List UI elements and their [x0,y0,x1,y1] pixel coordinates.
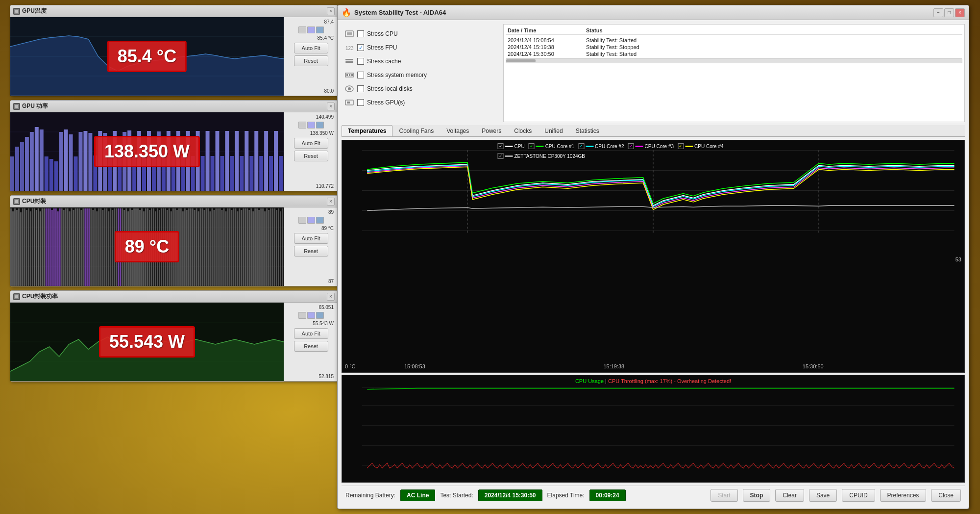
svg-rect-165 [186,210,188,286]
usage-throttle-label: CPU Throttling (max: 17%) - Overheating … [608,378,731,384]
color-box-cp3[interactable] [316,312,324,319]
legend-ssd-checkbox[interactable] [498,153,504,159]
aida-window: 🔥 System Stability Test - AIDA64 − □ × S… [337,5,969,509]
svg-rect-126 [110,208,111,286]
tab-clocks[interactable]: Clocks [508,125,538,136]
tab-powers[interactable]: Powers [475,125,508,136]
svg-rect-123 [104,208,105,286]
tab-voltages[interactable]: Voltages [440,125,475,136]
svg-rect-234 [347,102,350,103]
clear-button[interactable]: Clear [775,489,804,502]
tab-cooling-fans[interactable]: Cooling Fans [392,125,440,136]
color-box-ct2[interactable] [307,217,315,224]
color-box-1[interactable] [298,26,306,33]
color-box-p3[interactable] [316,122,324,128]
gpu-power-chart: 138.350 W [10,112,284,191]
svg-rect-25 [69,134,73,191]
tab-temperatures[interactable]: Temperatures [342,125,392,136]
cpu-power-mid: 55.543 W [286,321,336,326]
cpu-temp-close[interactable]: × [327,198,335,206]
svg-rect-68 [279,156,283,191]
svg-rect-26 [74,156,78,191]
color-box-cp1[interactable] [298,312,306,319]
save-button[interactable]: Save [809,489,837,502]
tab-statistics[interactable]: Statistics [569,125,606,136]
gpu-temp-value: 85.4 °C [118,46,176,66]
color-box-2[interactable] [307,26,315,33]
stress-fpu-checkbox[interactable] [357,44,364,51]
cpu-temp-autofit[interactable]: Auto Fit [294,233,328,244]
svg-rect-107 [73,210,74,286]
temp-r-53: 53 [956,257,961,262]
legend-cpu-color [505,146,513,147]
svg-rect-18 [35,127,39,191]
svg-rect-225 [345,59,353,60]
tab-unified[interactable]: Unified [538,125,569,136]
legend-core4-checkbox[interactable] [678,143,684,149]
cpu-power-autofit[interactable]: Auto Fit [294,328,328,339]
color-box-p2[interactable] [307,122,315,128]
color-box-p1[interactable] [298,122,306,128]
svg-rect-13 [10,156,14,191]
gpu-temp-reset[interactable]: Reset [294,55,328,66]
stress-disk-checkbox[interactable] [357,85,364,92]
svg-rect-111 [80,210,82,286]
close-button-bottom[interactable]: Close [931,489,961,502]
stress-cpu-checkbox[interactable] [357,30,364,37]
legend-cpu-checkbox[interactable] [498,143,504,149]
gpu-temp-window: GPU温度 × 85.4 °C [10,5,338,96]
preferences-button[interactable]: Preferences [880,489,927,502]
gpu-power-autofit[interactable]: Auto Fit [294,138,328,149]
svg-rect-183 [221,210,222,286]
cpuid-button[interactable]: CPUID [842,489,875,502]
stress-gpu-checkbox[interactable] [357,99,364,106]
svg-rect-16 [25,137,29,191]
legend-core4-color [685,146,693,147]
gpu-temp-autofit[interactable]: Auto Fit [294,43,328,53]
mem-stress-icon [344,71,354,79]
legend-core2-checkbox[interactable] [578,143,584,149]
cpu-power-reset[interactable]: Reset [294,341,328,352]
stop-button[interactable]: Stop [743,489,771,502]
svg-rect-197 [248,210,250,286]
start-button[interactable]: Start [710,489,737,502]
cpu-temp-window: CPU封装 × [10,195,338,286]
color-box-ct1[interactable] [298,217,306,224]
stress-cache-checkbox[interactable] [357,58,364,65]
color-box-3[interactable] [316,26,324,33]
color-box-cp2[interactable] [307,312,315,319]
maximize-button[interactable]: □ [944,8,954,17]
svg-rect-102 [63,210,65,286]
svg-rect-223 [347,32,352,35]
cpu-temp-reset[interactable]: Reset [294,246,328,257]
svg-rect-181 [217,208,219,286]
cpu-power-close[interactable]: × [327,293,335,301]
legend-core3-checkbox[interactable] [628,143,634,149]
svg-rect-122 [102,210,103,286]
svg-rect-106 [71,208,73,286]
gpu-temp-icon [13,8,20,15]
svg-rect-195 [245,208,246,286]
svg-rect-91 [42,208,43,286]
svg-rect-190 [235,208,236,286]
svg-rect-1 [15,10,18,13]
gpu-temp-mid: 85.4 °C [286,35,336,41]
gpu-power-reset[interactable]: Reset [294,151,328,161]
log-scrollbar[interactable] [506,58,962,63]
minimize-button[interactable]: − [933,8,943,17]
color-box-ct3[interactable] [316,217,324,224]
svg-rect-176 [208,208,209,286]
gpu-temp-min: 80.0 [286,88,336,94]
svg-rect-179 [214,210,215,286]
svg-rect-115 [88,208,90,286]
stress-mem-checkbox[interactable] [357,72,364,78]
gpu-temp-close[interactable]: × [327,7,335,15]
log-header-status: Status [584,26,605,34]
close-button[interactable]: × [955,8,965,17]
log-row-0: 2024/12/4 15:08:54 Stability Test: Start… [506,37,962,44]
legend-core1-checkbox[interactable] [529,143,535,149]
gpu-power-close[interactable]: × [327,103,335,110]
cpu-temp-max: 89 [286,209,336,215]
stress-disk-label: Stress local disks [367,85,413,92]
log-scrollbar-thumb[interactable] [506,59,536,62]
